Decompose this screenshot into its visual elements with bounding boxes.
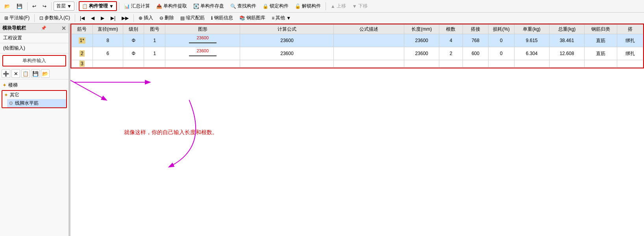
annotation-text: 就像这样，你的自己输入长度和根数。 <box>118 126 224 139</box>
delete-icon: ⊖ <box>159 15 163 21</box>
sidebar-tree: ✦ 楼梯 ✦ 其它 ⚙ 线脚水平筋 <box>0 79 68 236</box>
col-category: 钢筋归类 <box>585 25 617 34</box>
rebar-info-icon: ℹ <box>211 15 213 21</box>
quick-save[interactable]: 💾 <box>14 2 25 10</box>
quick-open[interactable]: 📂 <box>2 2 13 10</box>
component-input-btn[interactable]: 单构件输入 <box>2 55 66 66</box>
col-total-weight: 总重(kg) <box>549 25 584 34</box>
nav-next[interactable]: ▶ <box>98 14 107 22</box>
col-overlap: 搭接 <box>463 25 488 34</box>
other-btn[interactable]: ≡ 其他 ▼ <box>269 13 294 22</box>
floor-plan-icon: ⊞ <box>4 15 8 21</box>
col-diameter: 直径(mm) <box>93 25 123 34</box>
lock-component-btn[interactable]: 🔒 锁定构件 <box>260 2 291 11</box>
toolbar-second: ⊞ 平法输(F) ⊡ 参数输入(C) |◀ ◀ ▶ ▶| ▶▶ ⊕ 插入 ⊖ 删… <box>0 13 644 24</box>
star-icon-other: ✦ <box>4 92 8 98</box>
down-icon: ▼ <box>352 4 357 9</box>
sep4 <box>119 2 119 10</box>
rebar-lib-btn[interactable]: 📚 钢筋图库 <box>237 13 268 22</box>
save-icon: 💽 <box>193 4 199 9</box>
col-unit-weight: 单重(kg) <box>514 25 549 34</box>
col-count: 根数 <box>439 25 463 34</box>
col-loss: 损耗(%) <box>489 25 514 34</box>
tree-item-other[interactable]: ✦ 其它 <box>2 91 66 99</box>
unlock-component-btn[interactable]: 🔓 解锁构件 <box>292 2 324 11</box>
sidebar: 模块导航栏 📌 ✕ 工程设置 (绘图输入) 单构件输入 ➕ ✕ 📋 💾 📂 <box>0 24 69 236</box>
sep3 <box>76 2 77 10</box>
copy-icon[interactable]: 📋 <box>21 69 30 78</box>
sep2 <box>51 2 52 10</box>
save2-icon[interactable]: 💾 <box>31 69 40 78</box>
sep5 <box>326 2 326 10</box>
nav-first[interactable]: |◀ <box>77 14 87 22</box>
delete-btn[interactable]: ⊖ 删除 <box>157 13 177 22</box>
summary-calc-btn[interactable]: 📊 汇总计算 <box>121 2 153 11</box>
tree-section-other: ✦ 其它 ⚙ 线脚水平筋 <box>2 90 67 108</box>
single-save-btn[interactable]: 💽 单构件存盘 <box>191 2 227 11</box>
close-icon[interactable]: ✕ <box>61 25 66 31</box>
sep1 <box>27 2 28 10</box>
sidebar-title: 模块导航栏 <box>2 25 26 31</box>
rebar-lib-icon: 📚 <box>239 15 245 21</box>
rebar-info-btn[interactable]: ℹ 钢筋信息 <box>208 13 236 22</box>
unlock-icon: 🔓 <box>295 4 301 9</box>
nav-last[interactable]: ▶| <box>108 14 118 22</box>
main-layout: 模块导航栏 📌 ✕ 工程设置 (绘图输入) 单构件输入 ➕ ✕ 📋 💾 📂 <box>0 24 644 236</box>
layer-label: 首层 <box>56 3 66 9</box>
table-header-row: 筋号 直径(mm) 级别 图号 图形 计算公式 公式描述 长度(mm) 根数 搭… <box>72 25 643 34</box>
col-formula: 计算公式 <box>240 25 334 34</box>
floor-plan-btn[interactable]: ⊞ 平法输(F) <box>2 13 32 22</box>
other-icon: ≡ <box>272 15 274 21</box>
single-extract-btn[interactable]: 📤 单构件提取 <box>154 2 190 11</box>
toolbar-top: 📂 💾 ↩ ↪ 首层 ▼ 📋 构件管理 ▼ 📊 汇总计算 📤 单构件提取 💽 单… <box>0 0 644 13</box>
sep7 <box>75 14 75 22</box>
summary-calc-icon: 📊 <box>124 4 130 9</box>
insert-icon: ⊕ <box>139 15 142 21</box>
extract-icon: 📤 <box>156 4 162 9</box>
add-icon[interactable]: ➕ <box>2 69 10 78</box>
drawing-input[interactable]: (绘图输入) <box>0 43 68 53</box>
nav-jump[interactable]: ▶▶ <box>119 14 131 22</box>
redo[interactable]: ↪ <box>40 2 49 10</box>
move-down-btn[interactable]: ▼ 下移 <box>350 2 370 11</box>
rebar-table: 筋号 直径(mm) 级别 图号 图形 计算公式 公式描述 长度(mm) 根数 搭… <box>71 24 643 68</box>
sidebar-header: 模块导航栏 📌 ✕ <box>0 24 68 33</box>
table-row[interactable]: 1*8Φ1236002360023600476809.61538.461直筋绑扎 <box>72 34 643 47</box>
tree-item-stairs[interactable]: ✦ 楼梯 <box>1 81 68 89</box>
layer-dropdown[interactable]: 首层 ▼ <box>54 2 74 11</box>
col-shape: 图形 <box>165 25 240 34</box>
table-row[interactable]: 26Φ1236002360023600260006.30412.608直筋绑扎 <box>72 47 643 60</box>
col-length: 长度(mm) <box>404 25 439 34</box>
up-icon: ▲ <box>331 4 335 9</box>
rebar-table-wrapper: 筋号 直径(mm) 级别 图号 图形 计算公式 公式描述 长度(mm) 根数 搭… <box>70 24 644 68</box>
component-mgmt-icon: 📋 <box>82 4 88 9</box>
tree-item-line-horiz[interactable]: ⚙ 线脚水平筋 <box>7 99 66 107</box>
insert-btn[interactable]: ⊕ 插入 <box>136 13 156 22</box>
lock-icon: 🔒 <box>263 4 268 9</box>
col-num: 筋号 <box>72 25 93 34</box>
sidebar-tools: ➕ ✕ 📋 💾 📂 <box>0 68 68 79</box>
scale-fit-btn[interactable]: ▤ 缩尺配筋 <box>178 13 207 22</box>
remove-icon[interactable]: ✕ <box>11 69 20 78</box>
pin-icon[interactable]: 📌 <box>41 26 46 31</box>
move-up-btn[interactable]: ▲ 上移 <box>328 2 349 11</box>
component-mgmt-dropdown: ▼ <box>109 4 114 9</box>
nav-prev[interactable]: ◀ <box>88 14 97 22</box>
open-icon[interactable]: 📂 <box>41 69 50 78</box>
sep6 <box>34 14 35 22</box>
param-input-btn[interactable]: ⊡ 参数输入(C) <box>37 13 73 22</box>
col-overlap2: 搭 <box>617 25 643 34</box>
star-icon-stairs: ✦ <box>2 82 7 88</box>
col-fig-num: 图号 <box>144 25 165 34</box>
col-description: 公式描述 <box>334 25 404 34</box>
gear-icon-line: ⚙ <box>9 100 13 106</box>
component-mgmt-btn[interactable]: 📋 构件管理 ▼ <box>79 1 117 11</box>
find-component-btn[interactable]: 🔍 查找构件 <box>228 2 259 11</box>
dropdown-arrow: ▼ <box>67 4 72 9</box>
table-row[interactable]: 3 <box>72 60 643 68</box>
project-settings[interactable]: 工程设置 <box>0 33 68 43</box>
other-arrow: ▼ <box>286 15 291 21</box>
col-grade: 级别 <box>123 25 144 34</box>
undo[interactable]: ↩ <box>30 2 39 10</box>
param-icon: ⊡ <box>39 15 43 21</box>
